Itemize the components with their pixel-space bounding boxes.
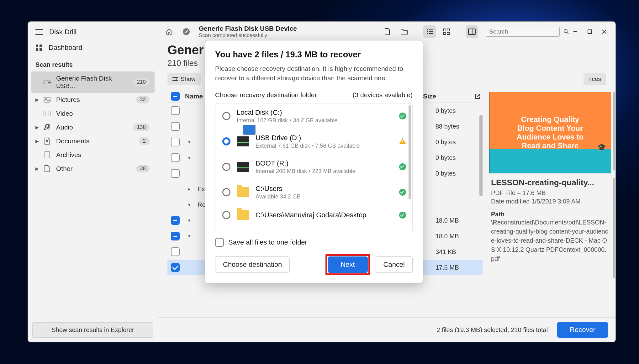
- destination-detail: Internal 260 MB disk • 223 MB available: [256, 168, 393, 175]
- destination-item[interactable]: C:\Users\Manuviraj Godara\Desktop: [215, 205, 412, 225]
- app-window: Disk Drill Dashboard Scan results Generi…: [28, 21, 616, 342]
- modal-device-count: (3 devices available): [353, 91, 413, 99]
- destination-name: C:\Users\Manuviraj Godara\Desktop: [256, 211, 393, 219]
- folder-icon: [237, 210, 249, 220]
- destination-radio[interactable]: [222, 112, 230, 120]
- choose-destination-button[interactable]: Choose destination: [215, 256, 290, 273]
- save-all-label: Save all files to one folder: [228, 238, 307, 246]
- destination-radio[interactable]: [222, 211, 230, 219]
- destination-name: BOOT (R:): [256, 159, 393, 167]
- destination-detail: External 7.61 GB disk • 7.58 GB availabl…: [256, 143, 393, 149]
- destination-item[interactable]: BOOT (R:)Internal 260 MB disk • 223 MB a…: [215, 154, 412, 180]
- cancel-button[interactable]: Cancel: [376, 256, 413, 273]
- save-all-checkbox[interactable]: [215, 238, 224, 247]
- destination-item[interactable]: C:\UsersAvailable 34.2 GB: [215, 180, 412, 205]
- status-ok-icon: [399, 189, 406, 196]
- disk-icon: [237, 162, 249, 172]
- modal-message: Please choose recovery destination. It i…: [215, 64, 413, 83]
- destination-item[interactable]: Local Disk (C:)Internal 107 GB disk • 34…: [215, 103, 412, 129]
- recovery-destination-modal: You have 2 files / 19.3 MB to recover Pl…: [205, 40, 423, 283]
- destination-detail: Available 34.2 GB: [256, 193, 393, 200]
- next-button[interactable]: Next: [328, 256, 367, 273]
- destination-radio[interactable]: [222, 188, 230, 196]
- tutorial-highlight: Next: [325, 254, 370, 275]
- destination-name: C:\Users: [256, 185, 393, 193]
- modal-title: You have 2 files / 19.3 MB to recover: [215, 50, 413, 60]
- folder-icon: [237, 187, 249, 197]
- status-warning-icon: [399, 138, 406, 144]
- disk-icon: [237, 136, 249, 146]
- destination-scrollbar[interactable]: [409, 105, 411, 199]
- modal-subtitle: Choose recovery destination folder: [215, 91, 317, 99]
- destination-list: Local Disk (C:)Internal 107 GB disk • 34…: [215, 103, 413, 232]
- status-ok-icon: [399, 113, 406, 119]
- destination-name: USB Drive (D:): [256, 134, 393, 142]
- destination-radio[interactable]: [222, 163, 230, 171]
- status-ok-icon: [399, 163, 406, 170]
- status-ok-icon: [399, 212, 406, 219]
- win-icon: [243, 125, 256, 135]
- destination-name: Local Disk (C:): [237, 108, 393, 117]
- destination-radio[interactable]: [222, 137, 230, 145]
- destination-detail: Internal 107 GB disk • 34.2 GB available: [237, 117, 393, 124]
